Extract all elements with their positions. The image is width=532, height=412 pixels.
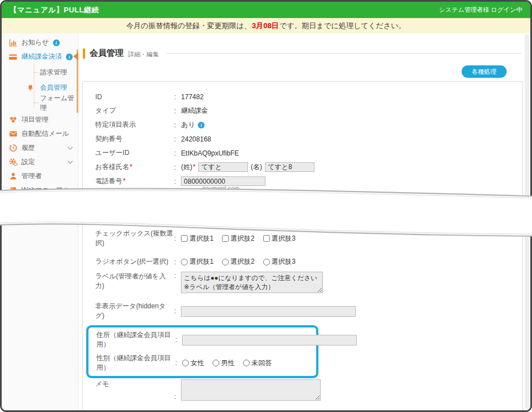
gender-option-female[interactable]: 女性: [182, 358, 204, 368]
address-input[interactable]: [182, 335, 357, 345]
sidebar-item-auto-mail[interactable]: 自動配信メール: [2, 127, 78, 141]
radio-input[interactable]: [263, 259, 270, 265]
highlight-box: 住所（継続課金会員項目用） : 性別（継続課金会員項目用） : 女性: [86, 325, 318, 378]
radio-input[interactable]: [181, 259, 188, 265]
partial-email-text: payment.com: [202, 185, 240, 192]
checkbox-option-2[interactable]: 選択肢2: [222, 234, 255, 243]
checkbox-input[interactable]: [222, 235, 229, 242]
main-panel: 会員管理 詳細・編集 各種処理 ID :177482 タイプ :継続課金: [78, 33, 530, 410]
sidebar-item-logout[interactable]: ログアウト: [2, 197, 78, 211]
sidebar-item-label: 設定: [21, 157, 35, 167]
field-row-label-field: ラベル(管理者が値を入力) : こちらは●●になりますので、ご注意ください ※ラ…: [95, 272, 511, 293]
sidebar-item-label: 請求管理: [40, 68, 67, 77]
sidebar-item-label: 自動配信メール: [21, 129, 69, 139]
sidebar-item-label: 継続課金決済: [21, 52, 62, 61]
mail-icon: [8, 130, 17, 139]
action-row: 各種処理: [78, 65, 507, 78]
app-header: 【マニュアル】PULL継続 システム管理者様 ログイン中: [2, 2, 530, 18]
field-label: 住所（継続課金会員項目用）: [96, 330, 175, 349]
chevron-down-icon: [67, 146, 73, 150]
sidebar-item-recurring-billing[interactable]: 継続課金決済 i: [2, 50, 77, 64]
field-row-phone: 電話番号* :: [95, 176, 511, 186]
field-label: 性別（継続課金会員項目用）: [96, 353, 175, 373]
checkbox-option-1[interactable]: 選択肢1: [181, 234, 214, 243]
notice-prefix: 今月の振替情報の登録・変更期限は、: [126, 21, 251, 31]
first-name-label: (名): [251, 162, 262, 172]
field-label: ラジオボタン(択一選択): [95, 257, 174, 267]
sidebar-item-administrator[interactable]: 管理者: [2, 169, 78, 183]
logout-icon: [8, 200, 17, 209]
info-icon[interactable]: i: [66, 54, 73, 60]
field-row-radio: ラジオボタン(択一選択) : 選択肢1 選択肢2 選択肢3: [95, 257, 511, 267]
field-label: お客様氏名*: [95, 162, 174, 172]
gender-option-noanswer[interactable]: 未回答: [243, 358, 272, 368]
sidebar-group-billing: 継続課金決済 i 請求管理: [2, 50, 78, 113]
radio-input[interactable]: [222, 259, 229, 265]
info-icon[interactable]: i: [53, 39, 60, 46]
chevron-down-icon: [67, 160, 73, 165]
checkbox-input[interactable]: [181, 235, 188, 242]
notice-bar: 今月の振替情報の登録・変更期限は、3月08日です。期日までに処理してください。: [2, 18, 530, 33]
gender-radio-input[interactable]: [212, 360, 219, 366]
info-icon[interactable]: i: [198, 122, 205, 129]
field-value-id: 177482: [181, 93, 203, 101]
radio-option-3[interactable]: 選択肢3: [263, 257, 296, 267]
field-row-memo: メモ :: [95, 379, 511, 401]
label-textarea[interactable]: こちらは●●になりますので、ご注意ください ※ラベル（管理者が値を入力）: [181, 272, 323, 293]
sidebar-item-news[interactable]: お知らせ i: [2, 36, 78, 50]
gender-radio-input[interactable]: [182, 360, 189, 366]
misc-actions-button[interactable]: 各種処理: [462, 65, 507, 78]
checkbox-option-3[interactable]: 選択肢3: [263, 234, 296, 243]
field-row-gender: 性別（継続課金会員項目用） : 女性 男性 未回答: [96, 353, 309, 373]
last-name-input[interactable]: [198, 162, 248, 172]
memo-textarea[interactable]: [181, 379, 321, 401]
field-row-special-item: 特定項目表示 :ありi: [95, 120, 511, 130]
field-row-hidden-data: 非表示データ(hiddenタグ) :: [95, 302, 511, 321]
scrollbar-track[interactable]: [525, 34, 529, 409]
gender-radio-input[interactable]: [243, 360, 250, 366]
sidebar-item-invoice-management[interactable]: 請求管理: [2, 65, 77, 80]
coins-icon: [8, 116, 17, 125]
first-name-input[interactable]: [265, 162, 314, 172]
sidebar-item-web-manual[interactable]: Webマニュアル: [2, 183, 78, 197]
sidebar-item-label: 会員管理: [40, 83, 67, 92]
field-value-type: 継続課金: [181, 106, 208, 116]
radio-option-2[interactable]: 選択肢2: [222, 257, 255, 267]
last-name-label: (姓)*: [181, 162, 196, 172]
field-value-special-item: あり: [181, 120, 195, 130]
login-status: システム管理者様 ログイン中: [439, 6, 522, 14]
field-row-id: ID :177482: [95, 92, 511, 101]
sidebar-item-settings[interactable]: 設定: [2, 155, 78, 169]
field-label: 電話番号*: [95, 176, 174, 186]
sidebar-item-item-management[interactable]: 項目管理: [2, 113, 78, 127]
field-row-user-id: ユーザーID :EtIKbAQ9pxUfibFE: [95, 148, 511, 158]
field-row-contract-no: 契約番号 :24208168: [95, 134, 511, 144]
field-label: 特定項目表示: [95, 120, 174, 130]
field-row-checkbox: チェックボックス(複数選択) : 選択肢1 選択肢2 選択肢3: [95, 229, 511, 248]
sidebar-item-form-management[interactable]: フォーム管理: [2, 95, 77, 110]
member-detail-card: ID :177482 タイプ :継続課金 特定項目表示 :ありi 契約番号 :2…: [82, 81, 523, 412]
bar-chart-icon: [8, 38, 17, 47]
field-row-customer-name: お客様氏名* : (姓)* (名): [95, 162, 511, 172]
sidebar-item-label: ログアウト: [21, 200, 56, 209]
field-label: ID: [95, 93, 174, 101]
sidebar-item-label: 履歴: [21, 143, 35, 153]
sidebar-item-history[interactable]: 履歴: [2, 141, 78, 155]
field-label: ユーザーID: [95, 148, 174, 158]
title-divider-line: [167, 53, 521, 54]
sidebar-item-label: 管理者: [21, 171, 42, 181]
field-label: メモ: [95, 379, 174, 389]
field-label: 非表示データ(hiddenタグ): [95, 302, 174, 321]
page-subtitle: 詳細・編集: [128, 50, 159, 59]
gear-icon: [8, 158, 17, 167]
sidebar-item-label: 項目管理: [21, 115, 48, 125]
field-value-user-id: EtIKbAQ9pxUfibFE: [181, 149, 239, 157]
radio-option-1[interactable]: 選択肢1: [181, 257, 214, 267]
gender-option-male[interactable]: 男性: [212, 358, 234, 368]
checkbox-input[interactable]: [263, 235, 270, 242]
field-value-contract-no: 24208168: [181, 135, 211, 143]
page-header: 会員管理 詳細・編集: [83, 48, 521, 59]
window-frame: 【マニュアル】PULL継続 システム管理者様 ログイン中 今月の振替情報の登録・…: [0, 0, 532, 412]
hidden-data-input[interactable]: [181, 306, 356, 317]
torn-gap-spacer: [95, 191, 511, 229]
